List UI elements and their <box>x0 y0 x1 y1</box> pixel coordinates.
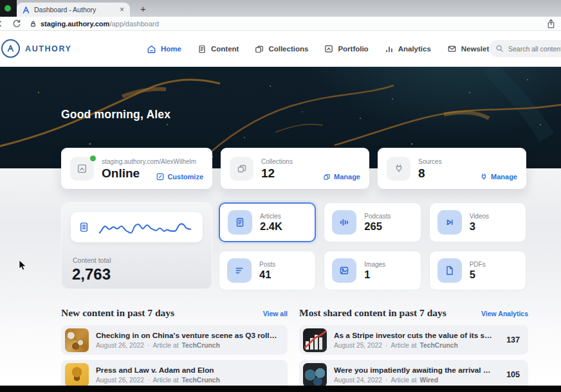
collections-count: 12 <box>261 167 293 179</box>
customize-link[interactable]: Customize <box>156 173 203 181</box>
most-shared-section: Most shared content in past 7 days View … <box>299 307 528 392</box>
tile-value: 5 <box>470 269 486 280</box>
manage-collections-link[interactable]: Manage <box>323 173 360 181</box>
manage-sources-label: Manage <box>491 173 517 181</box>
tile-images[interactable]: Images 1 <box>324 251 421 290</box>
tile-videos[interactable]: Videos 3 <box>429 202 526 242</box>
portfolio-status-card[interactable]: staging.authory.com/AlexWilhelm Online C… <box>61 148 212 189</box>
play-icon <box>437 210 462 235</box>
item-meta: August 26, 2022 · Article at TechCrunch <box>96 377 279 384</box>
online-dot <box>90 156 96 161</box>
tile-label: Articles <box>260 213 282 220</box>
search-box[interactable] <box>489 40 561 57</box>
app-header: AUTHORY Home Content Collections Portfol… <box>0 31 561 67</box>
tab-title: Dashboard - Authory <box>34 6 115 13</box>
share-count: 105 <box>500 370 520 379</box>
section-title: Most shared content in past 7 days <box>299 307 446 319</box>
collections-label: Collections <box>261 158 293 165</box>
document-icon <box>198 44 207 54</box>
browser-tab[interactable]: Dashboard - Authory × <box>17 3 130 17</box>
url-text[interactable]: staging.authory.com/app/dashboard <box>41 20 159 28</box>
tile-posts[interactable]: Posts 41 <box>219 251 316 290</box>
image-icon <box>332 258 356 283</box>
tile-pdfs[interactable]: PDFs 5 <box>429 251 526 290</box>
nav-label: Content <box>211 45 239 53</box>
envelope-icon <box>447 44 457 53</box>
search-icon <box>495 44 504 53</box>
nav-label: Home <box>161 45 181 53</box>
search-input[interactable] <box>508 45 561 53</box>
collections-card[interactable]: Collections 12 Manage <box>221 148 369 189</box>
tile-label: PDFs <box>470 261 486 268</box>
view-analytics-link[interactable]: View Analytics <box>481 310 528 317</box>
favicon-authory-icon <box>23 6 30 13</box>
section-title: New content in past 7 days <box>61 307 174 319</box>
tile-value: 1 <box>364 269 385 280</box>
item-source: TechCrunch <box>182 342 220 349</box>
manage-sources-link[interactable]: Manage <box>480 173 517 181</box>
back-icon[interactable] <box>0 20 6 28</box>
item-type: Article at <box>152 377 178 384</box>
collections-mini-icon <box>323 173 331 181</box>
authory-logo-icon <box>1 39 20 58</box>
manage-collections-label: Manage <box>334 173 360 181</box>
portfolio-url-label: staging.authory.com/AlexWilhelm <box>102 158 196 165</box>
plug-icon <box>387 157 410 181</box>
item-date: August 26, 2022 <box>96 377 144 384</box>
nav-label: Collections <box>268 45 308 53</box>
tile-label: Images <box>364 261 385 268</box>
item-type: Article at <box>152 342 178 349</box>
tab-close-icon[interactable]: × <box>120 6 124 13</box>
item-date: August 24, 2022 <box>334 377 382 384</box>
nav-item-analytics[interactable]: Analytics <box>385 44 431 53</box>
main-nav: Home Content Collections Portfolio Analy… <box>147 31 499 67</box>
tile-label: Posts <box>259 261 275 268</box>
tile-value: 265 <box>364 221 391 232</box>
share-icon[interactable] <box>546 19 556 29</box>
window-control-green[interactable] <box>5 5 11 12</box>
tile-label: Podcasts <box>364 213 391 220</box>
tile-podcasts[interactable]: Podcasts 265 <box>324 202 421 242</box>
item-title: Were you impatiently awaiting the arriva… <box>334 366 493 375</box>
browser-tab-strip: Dashboard - Authory × + <box>0 0 561 17</box>
content-type-tiles: Articles 2.4K Podcasts 265 Videos 3 Post… <box>219 202 526 290</box>
content-total-value: 2,763 <box>72 265 111 283</box>
new-tab-button[interactable]: + <box>136 2 150 15</box>
post-icon <box>227 258 252 283</box>
item-type: Article at <box>391 342 416 349</box>
home-icon <box>147 44 156 54</box>
document-icon <box>78 222 89 233</box>
authory-logo[interactable]: AUTHORY <box>1 39 72 58</box>
item-source: Wired <box>420 377 439 384</box>
portfolio-icon <box>324 44 333 53</box>
edit-icon <box>156 173 164 181</box>
item-meta: August 25, 2022 · Article at TechCrunch <box>334 342 493 349</box>
nav-label: Portfolio <box>338 45 368 53</box>
item-title: Press and Law v. Adam and Elon <box>96 366 279 375</box>
item-source: TechCrunch <box>182 377 220 384</box>
nav-item-content[interactable]: Content <box>198 44 239 54</box>
item-title: Checking in on China's venture scene as … <box>96 331 279 340</box>
list-item[interactable]: Checking in on China's venture scene as … <box>61 325 288 355</box>
list-item[interactable]: As a Stripe investor cuts the value of i… <box>299 325 528 355</box>
sparkline-card <box>71 212 203 242</box>
item-date: August 26, 2022 <box>96 342 144 349</box>
view-all-link[interactable]: View all <box>263 310 288 317</box>
nav-item-portfolio[interactable]: Portfolio <box>324 44 368 53</box>
url-host: staging.authory.com <box>41 20 109 28</box>
item-type: Article at <box>391 377 416 384</box>
content-total-card[interactable]: Content total 2,763 <box>61 202 212 289</box>
item-meta: August 26, 2022 · Article at TechCrunch <box>96 342 279 349</box>
article-thumbnail <box>65 363 89 387</box>
nav-item-collections[interactable]: Collections <box>255 44 308 53</box>
content-total-label: Content total <box>73 256 111 264</box>
tile-label: Videos <box>470 213 489 220</box>
item-title: As a Stripe investor cuts the value of i… <box>334 331 493 340</box>
plug-mini-icon <box>480 173 488 181</box>
customize-label: Customize <box>167 173 203 181</box>
nav-item-home[interactable]: Home <box>147 44 181 54</box>
article-thumbnail <box>65 328 89 352</box>
reload-icon[interactable] <box>12 19 21 28</box>
tile-articles[interactable]: Articles 2.4K <box>219 202 316 242</box>
sources-card[interactable]: Sources 8 Manage <box>378 148 526 189</box>
